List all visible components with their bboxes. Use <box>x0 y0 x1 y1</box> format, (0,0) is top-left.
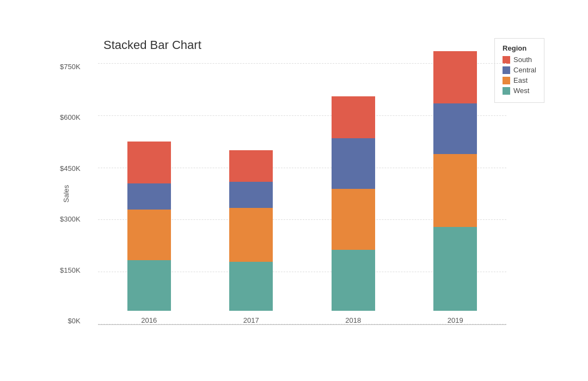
legend-label-west: West <box>513 87 529 95</box>
bar-group-2018: 2018 <box>332 96 375 324</box>
bar-group-2016: 2016 <box>127 142 171 324</box>
y-label-750: $750K <box>60 63 81 70</box>
legend-item-west: West <box>503 87 536 95</box>
bar-2018-west <box>332 250 375 311</box>
y-label-300: $300K <box>60 216 81 223</box>
legend-color-south <box>503 56 510 64</box>
bar-2017-south <box>229 150 273 182</box>
legend-title: Region <box>503 44 536 52</box>
chart-title: Stacked Bar Chart <box>103 38 506 52</box>
y-label-150: $150K <box>60 267 81 274</box>
legend-item-east: East <box>503 76 536 84</box>
legend-label-east: East <box>513 76 528 84</box>
legend-item-south: South <box>503 56 536 64</box>
y-label-0: $0K <box>68 317 80 324</box>
bar-2017-central <box>229 182 273 208</box>
chart-container: Stacked Bar Chart Region South Central E… <box>49 16 539 365</box>
y-axis-title: Sales <box>62 185 70 203</box>
bar-label-2017: 2017 <box>243 316 259 324</box>
chart-area: $750K $600K $450K $300K $150K $0K Sales … <box>98 63 506 324</box>
bar-2016-south <box>127 142 171 183</box>
bar-stack-2016 <box>127 142 171 311</box>
bar-2016-east <box>127 210 171 260</box>
bar-2017-east <box>229 208 273 262</box>
bar-group-2019: 2019 <box>433 51 477 324</box>
bar-2018-east <box>332 189 375 250</box>
x-axis-line <box>98 324 506 325</box>
legend-label-south: South <box>513 56 532 64</box>
bar-2018-south <box>332 96 375 138</box>
y-label-600: $600K <box>60 114 81 121</box>
bar-2019-west <box>433 227 477 311</box>
bar-2019-central <box>433 103 477 154</box>
bar-label-2016: 2016 <box>141 316 157 324</box>
y-label-450: $450K <box>60 165 81 172</box>
bar-group-2017: 2017 <box>229 150 273 324</box>
bar-2019-east <box>433 154 477 227</box>
bar-label-2018: 2018 <box>345 316 361 324</box>
bar-stack-2017 <box>229 150 273 311</box>
bar-2016-central <box>127 183 171 210</box>
bar-2016-west <box>127 260 171 311</box>
legend-label-central: Central <box>513 66 536 74</box>
bars-wrapper: 2016201720182019 <box>98 63 506 324</box>
bar-label-2019: 2019 <box>448 316 463 324</box>
bar-2017-west <box>229 262 273 311</box>
bar-stack-2019 <box>433 51 477 311</box>
bar-stack-2018 <box>332 96 375 311</box>
legend-item-central: Central <box>503 66 536 74</box>
bar-2018-central <box>332 138 375 189</box>
bar-2019-south <box>433 51 477 103</box>
